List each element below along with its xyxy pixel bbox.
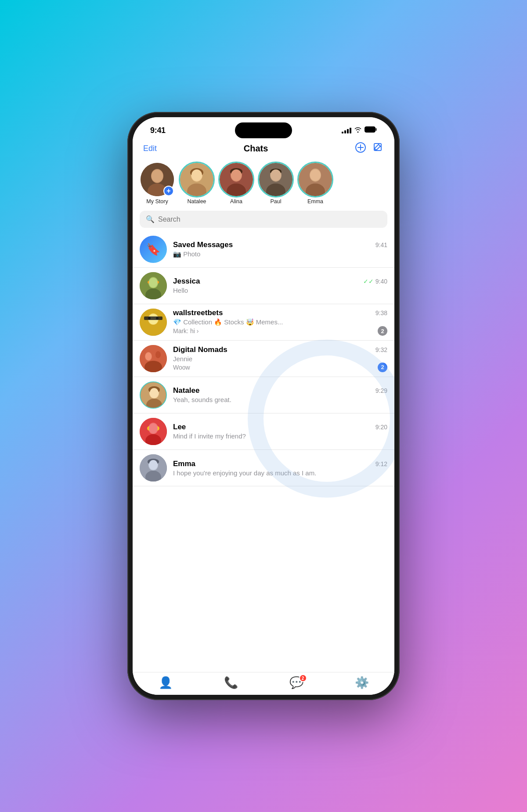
wallstreetbets-sub-preview: Mark: hi › xyxy=(173,327,199,334)
lee-content: Lee 9:20 Mind if I invite my friend? xyxy=(173,423,387,440)
svg-point-43 xyxy=(155,351,161,358)
svg-point-40 xyxy=(156,317,159,320)
nav-bar: Edit Chats xyxy=(133,140,394,158)
phone-screen: 9:41 xyxy=(133,117,394,695)
tab-contacts[interactable]: 👤 xyxy=(159,676,173,690)
add-story-plus: + xyxy=(163,186,174,196)
wifi-icon xyxy=(354,127,362,134)
story-item-alina[interactable]: Alina xyxy=(220,163,253,205)
tab-bar: 👤 📞 💬 2 ⚙️ xyxy=(133,672,394,695)
story-item-my-story[interactable]: + My Story xyxy=(141,163,174,205)
tab-calls[interactable]: 📞 xyxy=(224,676,238,690)
digital-nomads-avatar xyxy=(140,345,167,372)
lee-avatar xyxy=(140,418,167,445)
natalee-chat-content: Natalee 9:29 Yeah, sounds great. xyxy=(173,386,387,404)
jessica-content: Jessica ✓✓ 9:40 Hello xyxy=(173,277,387,295)
svg-point-61 xyxy=(149,460,158,470)
emma-avatar-wrap xyxy=(299,163,332,196)
status-bar: 9:41 xyxy=(133,117,394,140)
emma-chat-name: Emma xyxy=(173,460,195,468)
story-name-alina: Alina xyxy=(230,198,242,205)
emma-chat-content: Emma 9:12 I hope you're enjoying your da… xyxy=(173,460,387,477)
svg-point-10 xyxy=(152,170,163,182)
page-title: Chats xyxy=(244,144,268,154)
lee-preview: Mind if I invite my friend? xyxy=(173,432,246,440)
svg-point-39 xyxy=(148,317,151,320)
jessica-time: 9:40 xyxy=(375,278,387,285)
tab-settings[interactable]: ⚙️ xyxy=(355,676,369,690)
jessica-avatar xyxy=(140,272,167,299)
natalee-chat-preview: Yeah, sounds great. xyxy=(173,396,231,403)
digital-nomads-preview: Woow xyxy=(173,364,190,371)
wallstreetbets-preview: 💎 Collection 🔥 Stocks 🤯 Memes... xyxy=(173,318,283,326)
phone-frame: 9:41 xyxy=(127,112,400,700)
saved-messages-avatar: 🔖 xyxy=(140,236,167,263)
search-bar: 🔍 xyxy=(140,211,387,228)
story-item-paul[interactable]: Paul xyxy=(259,163,292,205)
chat-item-digital-nomads[interactable]: Digital Nomads 9:32 Jennie Woow 2 xyxy=(133,341,394,377)
svg-rect-38 xyxy=(144,316,162,320)
emma-chat-avatar xyxy=(140,454,167,481)
digital-nomads-name: Digital Nomads xyxy=(173,345,227,354)
jessica-preview: Hello xyxy=(173,287,188,294)
chat-item-saved[interactable]: 🔖 Saved Messages 9:41 📷 Photo xyxy=(133,231,394,268)
jessica-name: Jessica xyxy=(173,277,200,286)
stories-row: + My Story xyxy=(133,158,394,210)
svg-rect-0 xyxy=(365,127,375,133)
digital-nomads-content: Digital Nomads 9:32 Jennie Woow 2 xyxy=(173,345,387,372)
battery-icon xyxy=(365,126,377,134)
my-story-avatar-wrap: + xyxy=(141,163,174,196)
compose-button[interactable] xyxy=(372,142,384,155)
tab-chats[interactable]: 💬 2 xyxy=(289,676,303,690)
new-story-button[interactable] xyxy=(355,142,366,155)
svg-point-50 xyxy=(150,388,159,398)
story-name-natalee: Natalee xyxy=(187,198,206,205)
story-name-emma: Emma xyxy=(307,198,323,205)
edit-button[interactable]: Edit xyxy=(143,144,157,153)
search-icon: 🔍 xyxy=(146,215,155,223)
svg-point-56 xyxy=(149,424,158,433)
svg-point-45 xyxy=(145,352,152,360)
calls-icon: 📞 xyxy=(224,676,238,690)
alina-avatar-wrap xyxy=(220,163,253,196)
natalee-avatar-wrap xyxy=(180,163,213,196)
chat-item-natalee[interactable]: Natalee 9:29 Yeah, sounds great. xyxy=(133,377,394,413)
natalee-chat-name: Natalee xyxy=(173,386,199,395)
story-item-natalee[interactable]: Natalee xyxy=(180,163,213,205)
wallstreetbets-name: wallstreetbets xyxy=(173,309,223,317)
svg-point-34 xyxy=(149,278,158,287)
wallstreetbets-avatar xyxy=(140,309,167,336)
dynamic-island xyxy=(235,122,292,138)
digital-nomads-time: 9:32 xyxy=(375,346,387,353)
story-name-paul: Paul xyxy=(270,198,281,205)
status-icons xyxy=(342,126,377,134)
wallstreetbets-content: wallstreetbets 9:38 💎 Collection 🔥 Stock… xyxy=(173,309,387,336)
chat-item-jessica[interactable]: Jessica ✓✓ 9:40 Hello xyxy=(133,268,394,304)
saved-messages-time: 9:41 xyxy=(375,241,387,248)
paul-avatar-wrap xyxy=(259,163,292,196)
contacts-icon: 👤 xyxy=(159,676,173,690)
story-name-my-story: My Story xyxy=(146,198,168,205)
chat-list: 🔖 Saved Messages 9:41 📷 Photo xyxy=(133,231,394,672)
emma-chat-preview: I hope you're enjoying your day as much … xyxy=(173,469,387,477)
search-input[interactable] xyxy=(158,216,381,223)
chats-badge: 2 xyxy=(299,674,307,682)
natalee-chat-avatar xyxy=(140,381,167,409)
nav-actions xyxy=(355,142,384,155)
lee-name: Lee xyxy=(173,423,186,431)
wallstreetbets-time: 9:38 xyxy=(375,309,387,316)
story-item-emma[interactable]: Emma xyxy=(299,163,332,205)
digital-nomads-unread-badge: 2 xyxy=(378,363,387,372)
emma-chat-time: 9:12 xyxy=(375,460,387,467)
chat-item-emma[interactable]: Emma 9:12 I hope you're enjoying your da… xyxy=(133,450,394,486)
chat-item-lee[interactable]: Lee 9:20 Mind if I invite my friend? xyxy=(133,413,394,450)
svg-rect-1 xyxy=(376,128,377,131)
chat-item-wallstreetbets[interactable]: wallstreetbets 9:38 💎 Collection 🔥 Stock… xyxy=(133,304,394,341)
saved-messages-name: Saved Messages xyxy=(173,241,233,249)
settings-icon: ⚙️ xyxy=(355,676,369,690)
saved-messages-preview: 📷 Photo xyxy=(173,250,200,258)
lee-time: 9:20 xyxy=(375,424,387,431)
digital-nomads-sender: Jennie xyxy=(173,355,387,363)
saved-messages-content: Saved Messages 9:41 📷 Photo xyxy=(173,241,387,258)
double-check-icon: ✓✓ xyxy=(363,278,374,285)
